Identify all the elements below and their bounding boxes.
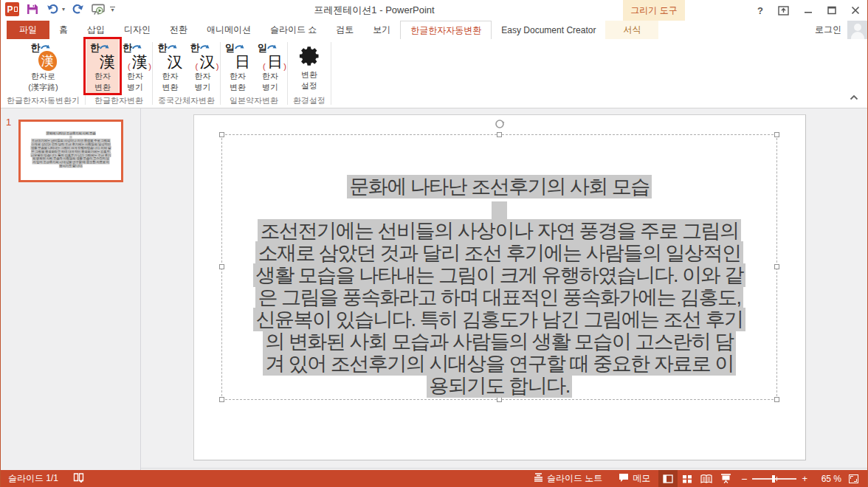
zoom-in-button[interactable]: + <box>802 473 807 484</box>
zoom-slider-thumb[interactable] <box>772 475 775 483</box>
chinese-both-icon: 한 (汉) <box>190 42 216 70</box>
maximize-button[interactable] <box>827 6 836 15</box>
slide-sorter-view-button[interactable] <box>678 470 697 487</box>
account-avatar[interactable] <box>847 21 867 39</box>
ribbon-group-settings: 변환 설정 환경설정 <box>289 39 330 108</box>
group-label-settings: 환경설정 <box>293 96 326 106</box>
workspace: 1 문화에 나타난 조선후기의 사회 모습 조선전기에는 선비들의 사상이나 자… <box>1 108 867 470</box>
hanja-convert-button-highlighted[interactable]: 한 漢 한자 변환 <box>86 39 119 94</box>
save-icon[interactable] <box>26 4 39 15</box>
help-button[interactable]: ? <box>757 5 763 16</box>
tab-home[interactable]: 홈 <box>49 21 78 39</box>
tab-format-contextual[interactable]: 서식 <box>605 21 658 39</box>
tab-easy-document-creator[interactable]: Easy Document Creator <box>492 21 605 39</box>
tab-slideshow[interactable]: 슬라이드 쇼 <box>261 21 326 39</box>
undo-icon[interactable] <box>46 4 59 15</box>
ribbon-group-korean-hanja: 한 漢 한자 변환 한 (漢) 한자 병기 한글한 <box>86 39 151 108</box>
normal-view-button[interactable] <box>658 470 678 487</box>
group-label-chinese-simplified: 중국간체자변환 <box>158 96 215 106</box>
japanese-convert-icon: 일 日 <box>224 42 251 70</box>
slide-title-line: 문화에 나타난 조선후기의 사회 모습 <box>222 176 776 198</box>
resize-handle[interactable] <box>774 132 779 137</box>
chinese-both-button[interactable]: 한 (汉) 한자 병기 <box>187 39 219 94</box>
resize-handle[interactable] <box>219 132 224 137</box>
zoom-out-button[interactable]: − <box>741 473 747 485</box>
resize-handle[interactable] <box>497 132 502 137</box>
collapse-ribbon-icon[interactable] <box>850 90 858 103</box>
ribbon-tab-row: 파일 홈 삽입 디자인 전환 애니메이션 슬라이드 쇼 검토 보기 한글한자자동… <box>1 21 867 39</box>
hanja-convert-icon: 한 漢 <box>89 42 116 70</box>
customize-qat-icon[interactable]: ▾ <box>110 7 115 12</box>
ribbon: 한 漢 한자로 (漢字路) 한글한자자동변환기 한 漢 <box>1 39 867 108</box>
close-button[interactable] <box>851 6 860 15</box>
ribbon-group-chinese-simplified: 한 汉 한자 변환 한 (汉) 한자 병기 중국간 <box>154 39 219 108</box>
memo-icon <box>619 473 629 485</box>
window-controls: ? <box>757 0 860 21</box>
tab-transitions[interactable]: 전환 <box>160 21 197 39</box>
japanese-both-button[interactable]: 일 (日) 한자 병기 <box>254 39 286 94</box>
japanese-convert-button[interactable]: 일 日 한자 변환 <box>221 39 254 94</box>
zoom-control: − + <box>735 473 813 485</box>
group-label-korean-hanja: 한글한자변환 <box>94 96 143 106</box>
slide-thumbnail-panel: 1 문화에 나타난 조선후기의 사회 모습 조선전기에는 선비들의 사상이나 자… <box>1 108 141 470</box>
slide-editor-area: 문화에 나타난 조선후기의 사회 모습 조선전기에는 선비들의 사상이나 자연 … <box>141 108 867 470</box>
tab-file[interactable]: 파일 <box>7 21 49 39</box>
slide-body-line: 겨 있어 조선후기의 시대상을 연구할 때 중요한 자료로 이 <box>222 353 776 375</box>
zoom-percentage[interactable]: 65 % <box>813 474 841 484</box>
undo-dropdown-icon[interactable]: ▾ <box>62 6 65 13</box>
reading-view-button[interactable] <box>697 470 716 487</box>
chinese-convert-button[interactable]: 한 汉 한자 변환 <box>154 39 187 94</box>
powerpoint-window: P ▾ ▾ 프레젠테이션1 - PowerPoint 그리기 도구 ? <box>0 0 868 487</box>
group-separator <box>331 42 331 105</box>
group-separator <box>220 42 221 105</box>
status-bar: 슬라이드 1/1 슬라이드 노트 메모 <box>1 470 867 487</box>
slide-body-line: 은 그림을 풍속화라고 하며 대표적인 풍속화가에는 김홍도, <box>222 286 776 308</box>
proofing-icon[interactable] <box>73 472 84 485</box>
ribbon-group-japanese: 일 日 한자 변환 일 (日) 한자 병기 일본약 <box>221 39 286 108</box>
memo-toggle[interactable]: 메모 <box>610 470 658 487</box>
slide-thumbnail-selected[interactable]: 문화에 나타난 조선후기의 사회 모습 조선전기에는 선비들의 사상이나 자연 … <box>18 120 123 182</box>
redo-icon[interactable] <box>72 4 85 15</box>
group-separator <box>85 42 86 105</box>
resize-handle[interactable] <box>497 397 502 402</box>
slide-body-line: 생활 모습을 나타내는 그림이 크게 유행하였습니다. 이와 같 <box>222 264 776 286</box>
fit-slide-to-window-icon[interactable] <box>849 474 858 483</box>
thumbnail-preview: 문화에 나타난 조선후기의 사회 모습 조선전기에는 선비들의 사상이나 자연 … <box>21 122 121 179</box>
tab-design[interactable]: 디자인 <box>114 21 160 39</box>
hanja-both-icon: 한 (漢) <box>122 42 148 70</box>
slide-canvas[interactable]: 문화에 나타난 조선후기의 사회 모습 조선전기에는 선비들의 사상이나 자연 … <box>193 114 806 460</box>
notes-icon <box>534 473 543 484</box>
slide-number: 1 <box>6 117 11 128</box>
minimize-button[interactable] <box>804 6 813 15</box>
slide-body-line: 조선전기에는 선비들의 사상이나 자연 풍경을 주로 그림의 <box>222 220 776 242</box>
group-label-japanese: 일본약자변환 <box>230 96 278 106</box>
slide-body-line: 소재로 삼았던 것과 달리 조선 후기에는 사람들의 일상적인 <box>222 242 776 264</box>
group-separator <box>152 42 153 105</box>
hanja-ro-button[interactable]: 한 漢 한자로 (漢字路) <box>7 39 80 94</box>
zoom-slider[interactable] <box>752 478 796 480</box>
hanja-ro-icon: 한 漢 <box>30 42 57 70</box>
notes-toggle[interactable]: 슬라이드 노트 <box>526 470 610 487</box>
resize-handle[interactable] <box>774 397 779 402</box>
start-slideshow-icon[interactable] <box>92 4 105 15</box>
rotate-handle-icon[interactable] <box>495 119 505 132</box>
tab-insert[interactable]: 삽입 <box>78 21 114 39</box>
window-title: 프레젠테이션1 - PowerPoint <box>314 0 434 21</box>
ribbon-display-options-icon[interactable] <box>778 6 789 15</box>
slide-text-selected[interactable]: 문화에 나타난 조선후기의 사회 모습 조선전기에는 선비들의 사상이나 자연 … <box>222 176 776 397</box>
ribbon-group-auto-converter: 한 漢 한자로 (漢字路) 한글한자자동변환기 <box>2 39 84 108</box>
tab-hanja-conversion[interactable]: 한글한자자동변환 <box>400 21 492 39</box>
selected-text-box[interactable]: 문화에 나타난 조선후기의 사회 모습 조선전기에는 선비들의 사상이나 자연 … <box>221 134 777 400</box>
hanja-both-button[interactable]: 한 (漢) 한자 병기 <box>119 39 151 94</box>
slide-empty-line <box>222 198 776 220</box>
resize-handle[interactable] <box>219 397 224 402</box>
conversion-settings-button[interactable]: 변환 설정 <box>290 39 328 92</box>
quick-access-toolbar: P ▾ ▾ <box>5 2 115 16</box>
tab-animations[interactable]: 애니메이션 <box>197 21 261 39</box>
login-link[interactable]: 로그인 <box>815 21 847 39</box>
slideshow-view-button[interactable] <box>716 470 735 487</box>
drawing-tools-contextual-header: 그리기 도구 <box>623 0 685 21</box>
powerpoint-app-icon[interactable]: P <box>5 2 19 16</box>
tab-view[interactable]: 보기 <box>363 21 400 39</box>
tab-review[interactable]: 검토 <box>326 21 363 39</box>
